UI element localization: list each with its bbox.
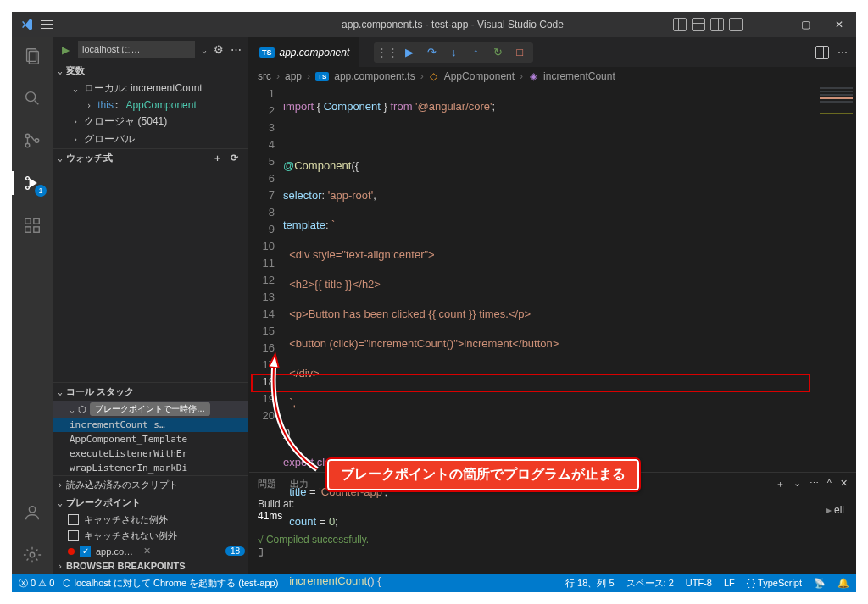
scope-closure[interactable]: › クロージャ (5041) (53, 113, 248, 130)
bp-caught[interactable]: キャッチされた例外 (53, 512, 248, 528)
step-over-button[interactable]: ↷ (425, 46, 438, 59)
more-icon[interactable]: ⋯ (231, 43, 242, 56)
configure-gear-icon[interactable]: ⚙ (214, 43, 224, 56)
restart-button[interactable]: ↻ (491, 46, 504, 59)
refresh-watch-icon[interactable]: ⟳ (231, 152, 238, 163)
settings-gear-icon[interactable] (12, 541, 53, 568)
debug-badge: 1 (35, 185, 47, 197)
svg-point-6 (26, 177, 30, 180)
bell-icon[interactable]: 🔔 (837, 578, 849, 589)
breadcrumb[interactable]: src› app› TSapp.component.ts› ◇AppCompon… (249, 67, 856, 86)
editor-more-icon[interactable]: ⋯ (837, 47, 848, 58)
var-this[interactable]: › this: AppComponent (53, 97, 248, 113)
svg-point-12 (29, 507, 35, 513)
loaded-scripts-section[interactable]: ›読み込み済みのスクリプト (53, 476, 248, 494)
close-button[interactable]: ✕ (822, 12, 856, 37)
close-panel-icon[interactable]: ✕ (840, 478, 848, 490)
feedback-icon[interactable]: 📡 (814, 578, 826, 589)
window-title: app.component.ts - test-app - Visual Stu… (232, 19, 673, 30)
vscode-logo-icon (20, 18, 34, 31)
minimize-button[interactable]: — (754, 12, 788, 37)
layout-full-icon[interactable] (729, 18, 743, 31)
search-icon[interactable] (12, 85, 53, 112)
svg-rect-11 (34, 219, 39, 224)
split-editor-icon[interactable] (815, 46, 829, 59)
breakpoints-section[interactable]: ⌄ブレークポイント (53, 494, 248, 512)
annotation-callout: ブレークポイントの箇所でプログラムが止まる (327, 459, 639, 490)
menu-icon[interactable] (41, 19, 53, 30)
browser-breakpoints-section[interactable]: ›BROWSER BREAKPOINTS (53, 558, 248, 574)
stack-frame-2[interactable]: executeListenerWithEr (53, 446, 248, 461)
tab-problems[interactable]: 問題 (258, 478, 276, 490)
title-bar: app.component.ts - test-app - Visual Stu… (12, 12, 856, 37)
variables-section[interactable]: ⌄変数 (53, 62, 248, 80)
svg-point-7 (26, 186, 30, 190)
maximize-panel-icon[interactable]: ^ (827, 478, 832, 490)
step-out-button[interactable]: ↑ (469, 46, 482, 59)
code-editor[interactable]: 1234567891011121314151617181920 import {… (249, 86, 856, 472)
drag-handle-icon[interactable]: ⋮⋮ (381, 46, 394, 59)
svg-point-3 (25, 134, 30, 138)
account-icon[interactable] (12, 499, 53, 526)
callstack-paused[interactable]: ⌄ ⬡ ブレークポイントで一時停… (53, 401, 248, 418)
bp-file[interactable]: ✓app.co…✕18 (53, 544, 248, 558)
stack-frame-1[interactable]: AppComponent_Template (53, 432, 248, 446)
start-debug-button[interactable]: ▶ (59, 44, 71, 56)
ts-icon: TS (259, 47, 275, 58)
debug-toolbar: ⋮⋮ ▶ ↷ ↓ ↑ ↻ □ (374, 42, 533, 63)
scope-local[interactable]: ⌄ ローカル: incrementCount (53, 80, 248, 97)
editor-tabs: TS app.component ⋮⋮ ▶ ↷ ↓ ↑ ↻ □ ⋯ (249, 37, 856, 67)
minimap[interactable] (815, 86, 856, 472)
extensions-icon[interactable] (12, 212, 53, 239)
svg-point-5 (35, 139, 39, 143)
svg-rect-10 (34, 227, 39, 232)
svg-point-2 (26, 92, 36, 102)
svg-rect-8 (25, 219, 31, 224)
continue-button[interactable]: ▶ (403, 46, 416, 59)
explorer-icon[interactable] (12, 42, 53, 69)
callstack-section[interactable]: ⌄コール スタック (53, 383, 248, 401)
scope-global[interactable]: › グローバル (53, 130, 248, 148)
debug-icon[interactable]: 1 (12, 169, 53, 197)
svg-rect-9 (25, 227, 31, 232)
debug-sidebar: ▶ localhost に… ⌄ ⚙ ⋯ ⌄変数 ⌄ ローカル: increme… (53, 37, 249, 574)
activity-bar: 1 (12, 37, 53, 574)
maximize-button[interactable]: ▢ (788, 12, 822, 37)
bp-uncaught[interactable]: キャッチされない例外 (53, 528, 248, 544)
stack-frame-3[interactable]: wrapListenerIn_markDi (53, 461, 248, 475)
launch-config-select[interactable]: localhost に… (78, 41, 195, 58)
layout-sidebar-right-icon[interactable] (710, 18, 724, 31)
status-errors[interactable]: ⓧ 0 ⚠ 0 (19, 577, 54, 590)
add-watch-icon[interactable]: ＋ (213, 152, 222, 164)
watch-section[interactable]: ⌄ウォッチ式＋⟳ (53, 149, 248, 167)
layout-sidebar-left-icon[interactable] (673, 18, 687, 31)
svg-point-4 (25, 143, 30, 147)
step-into-button[interactable]: ↓ (447, 46, 460, 59)
status-launch[interactable]: ⬡ localhost に対して Chrome を起動する (test-app) (63, 577, 278, 590)
source-control-icon[interactable] (12, 127, 53, 154)
layout-panel-icon[interactable] (692, 18, 705, 31)
tab-app-component[interactable]: TS app.component (249, 37, 360, 67)
svg-point-13 (30, 552, 35, 557)
stop-button[interactable]: □ (513, 46, 526, 59)
stack-frame-0[interactable]: incrementCount s… (53, 418, 248, 432)
